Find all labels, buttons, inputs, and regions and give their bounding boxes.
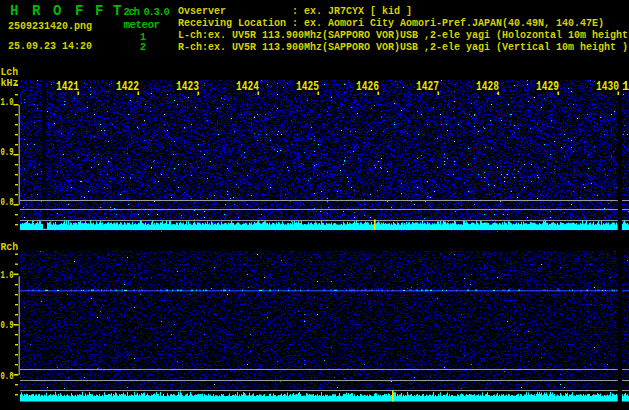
svg-text:2ch 0.3.0: 2ch 0.3.0 bbox=[124, 6, 170, 18]
svg-text:0.9: 0.9 bbox=[1, 319, 14, 331]
svg-text:H: H bbox=[10, 3, 18, 19]
svg-text:1.0: 1.0 bbox=[1, 269, 14, 281]
svg-text:T: T bbox=[113, 3, 121, 19]
svg-text:Ovserver : ex. JR7CY: Ovserver : ex. JR7CYX [ kid ] bbox=[178, 6, 412, 17]
svg-text:Receiving Location : ex. Aomor: Receiving Location : ex. Aomori City Aom… bbox=[178, 18, 604, 29]
svg-text:0.8: 0.8 bbox=[1, 196, 14, 208]
svg-text:Rch: Rch bbox=[1, 242, 19, 253]
svg-text:1424: 1424 bbox=[236, 80, 259, 94]
svg-text:L-ch:ex. UV5R 113.900Mhz(SAPPO: L-ch:ex. UV5R 113.900Mhz(SAPPORO VOR)USB… bbox=[178, 30, 629, 41]
svg-text:0.9: 0.9 bbox=[1, 146, 14, 158]
svg-text:1.0: 1.0 bbox=[1, 96, 14, 108]
svg-text:O: O bbox=[53, 3, 61, 19]
svg-text:1428: 1428 bbox=[476, 80, 499, 94]
svg-text:1430: 1430 bbox=[596, 80, 619, 94]
svg-text:1427: 1427 bbox=[416, 80, 439, 94]
svg-text:F: F bbox=[95, 3, 103, 19]
svg-text:1426: 1426 bbox=[356, 80, 379, 94]
svg-text:1421: 1421 bbox=[56, 80, 79, 94]
svg-text:meteor: meteor bbox=[124, 19, 160, 31]
svg-text:1423: 1423 bbox=[176, 80, 199, 94]
svg-text:2: 2 bbox=[140, 42, 146, 53]
svg-text:1429: 1429 bbox=[536, 80, 559, 94]
svg-text:0.8: 0.8 bbox=[1, 370, 14, 382]
svg-text:F: F bbox=[75, 3, 83, 19]
svg-text:Lch: Lch bbox=[1, 67, 19, 78]
svg-text:R: R bbox=[32, 3, 41, 19]
svg-text:R-ch:ex. UV5R 113.900Mhz(SAPPO: R-ch:ex. UV5R 113.900Mhz(SAPPORO VOR)USB… bbox=[178, 42, 628, 53]
svg-text:2509231420.png: 2509231420.png bbox=[8, 21, 92, 32]
svg-text:1425: 1425 bbox=[296, 80, 319, 94]
svg-text:1422: 1422 bbox=[116, 80, 139, 94]
svg-text:25.09.23 14:20: 25.09.23 14:20 bbox=[8, 41, 92, 52]
svg-text:1mi: 1mi bbox=[622, 80, 629, 94]
svg-text:kHz: kHz bbox=[1, 78, 19, 89]
